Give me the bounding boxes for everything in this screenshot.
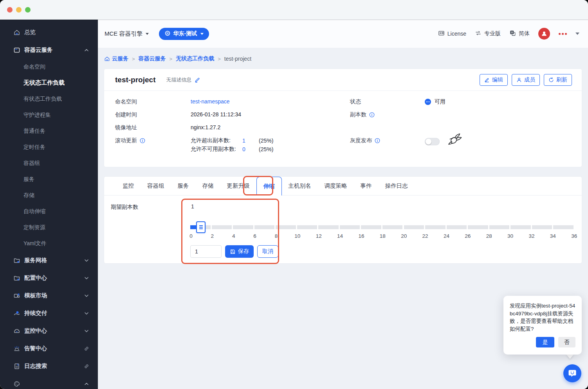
- save-button[interactable]: 保存: [225, 245, 254, 258]
- sidebar-item-monitoring-center[interactable]: 监控中心: [0, 322, 98, 340]
- status-label: 状态: [350, 98, 425, 105]
- sidebar-item-pods[interactable]: 容器组: [0, 155, 98, 171]
- tab-events[interactable]: 事件: [354, 177, 379, 195]
- rolling-update-label: 滚动更新: [115, 137, 191, 144]
- slider-current-value: 1: [191, 203, 194, 210]
- sidebar-item-custom-resources[interactable]: 定制资源: [0, 219, 98, 235]
- continuous-delivery-icon: [13, 310, 20, 317]
- more-menu-icon[interactable]: [559, 33, 567, 35]
- info-icon[interactable]: [375, 138, 380, 143]
- canary-toggle[interactable]: [425, 138, 440, 145]
- replica-slider-track[interactable]: [190, 225, 575, 229]
- created-value: 2026-01-28 11:12:34: [191, 111, 350, 118]
- breadcrumb-link-container-cloud[interactable]: 容器云服务: [139, 55, 166, 62]
- sidebar-item-namespaces[interactable]: 命名空间: [0, 59, 98, 75]
- slider-tick-labels: 024681012141618202224262830323436: [190, 233, 575, 239]
- tab-pods[interactable]: 容器组: [141, 177, 171, 195]
- assistant-chat-button[interactable]: [563, 364, 581, 382]
- breadcrumb-current: test-project: [224, 56, 251, 62]
- cancel-button[interactable]: 取消: [257, 245, 278, 258]
- sidebar-item-continuous-delivery[interactable]: 持续交付: [0, 304, 98, 322]
- external-link-icon: [84, 364, 89, 369]
- refresh-icon: [548, 77, 554, 83]
- breadcrumb-separator: >: [132, 56, 135, 62]
- image-label: 镜像地址: [115, 124, 191, 131]
- tab-services[interactable]: 服务: [171, 177, 196, 195]
- sidebar-item-template-market[interactable]: 模板市场: [0, 287, 98, 304]
- translate-icon: [509, 30, 516, 38]
- license-button[interactable]: License: [438, 30, 466, 38]
- members-button[interactable]: 成员: [512, 74, 540, 86]
- refresh-button[interactable]: 刷新: [544, 74, 572, 86]
- status-value: 可用: [435, 98, 446, 105]
- breadcrumb-link-cloud-services[interactable]: 云服务: [104, 55, 128, 62]
- tab-host-aliases[interactable]: 主机别名: [282, 177, 318, 195]
- person-icon: [516, 77, 522, 83]
- assistant-no-button[interactable]: 否: [558, 337, 575, 347]
- max-surge-value: 1: [242, 138, 259, 144]
- workload-tabs-card: 监控 容器组 服务 存储 更新升级 伸缩 主机别名 调度策略 事件 操作日志 期…: [104, 176, 582, 264]
- info-icon[interactable]: [369, 112, 375, 118]
- chevron-down-icon: [84, 328, 89, 334]
- avatar[interactable]: [538, 28, 550, 40]
- home-icon: [104, 56, 110, 62]
- breadcrumb: 云服务 > 容器云服务 > 无状态工作负载 > test-project: [104, 55, 582, 62]
- sidebar-item-service-mesh[interactable]: 服务网格: [0, 251, 98, 269]
- sidebar-item-overview[interactable]: 总览: [0, 24, 98, 41]
- language-switcher[interactable]: 简体: [509, 30, 530, 38]
- tab-storage[interactable]: 存储: [196, 177, 220, 195]
- sidebar-item-config-center[interactable]: 配置中心: [0, 269, 98, 287]
- cluster-selector[interactable]: 华东-测试: [159, 28, 209, 40]
- log-document-icon: [13, 363, 20, 370]
- monitoring-gauge-icon: [13, 327, 20, 335]
- template-market-icon: [13, 292, 20, 299]
- max-surge-row: 允许超出副本数: 1 (25%): [191, 137, 350, 144]
- tab-monitoring[interactable]: 监控: [116, 177, 141, 195]
- tab-scaling[interactable]: 伸缩: [256, 177, 282, 195]
- sidebar-item-storage[interactable]: 存储: [0, 187, 98, 203]
- palette-icon: [13, 380, 20, 387]
- canary-label: 灰度发布: [350, 137, 425, 144]
- chevron-down-icon[interactable]: [575, 33, 579, 35]
- image-value: nginx:1.27.2: [191, 124, 350, 130]
- info-icon[interactable]: [140, 138, 145, 143]
- window-close-button[interactable]: [7, 7, 13, 13]
- sidebar-item-cronjobs[interactable]: 定时任务: [0, 139, 98, 155]
- replica-slider-handle[interactable]: [196, 221, 206, 233]
- breadcrumb-link-stateless-workloads[interactable]: 无状态工作负载: [176, 55, 214, 62]
- replica-count-input[interactable]: [190, 245, 222, 258]
- window-zoom-button[interactable]: [25, 7, 31, 13]
- sidebar-item-log-search[interactable]: 日志搜索: [0, 357, 98, 375]
- sidebar-item-autoscaling[interactable]: 自动伸缩: [0, 203, 98, 219]
- tab-operation-logs[interactable]: 操作日志: [379, 177, 415, 195]
- swap-arrows-icon: [475, 30, 482, 38]
- edition-switcher[interactable]: 专业版: [475, 30, 501, 38]
- tab-scheduling-policy[interactable]: 调度策略: [318, 177, 354, 195]
- sidebar-item-alert-center[interactable]: 告警中心: [0, 340, 98, 357]
- sidebar-item-container-cloud[interactable]: 容器云服务: [0, 41, 98, 59]
- alarm-icon: [13, 345, 20, 352]
- namespace-link[interactable]: test-namespace: [191, 98, 230, 105]
- chevron-down-icon: [84, 311, 89, 316]
- sidebar-item-jobs[interactable]: 普通任务: [0, 123, 98, 139]
- collapse-sidebar-icon[interactable]: [84, 381, 89, 387]
- sidebar-item-services[interactable]: 服务: [0, 171, 98, 187]
- status-running-icon: [425, 99, 431, 105]
- window-minimize-button[interactable]: [16, 7, 22, 13]
- edit-pencil-icon[interactable]: [195, 77, 200, 83]
- top-navbar: MCE 容器引擎 华东-测试 License: [98, 20, 588, 48]
- tab-update-upgrade[interactable]: 更新升级: [220, 177, 256, 195]
- sidebar-item-stateful-workloads[interactable]: 有状态工作负载: [0, 91, 98, 107]
- sidebar-item-yaml-files[interactable]: Yaml文件: [0, 235, 98, 251]
- sidebar-item-theme[interactable]: [0, 375, 98, 389]
- product-switcher[interactable]: MCE 容器引擎: [105, 30, 149, 38]
- max-unavailable-value: 0: [242, 146, 259, 152]
- sidebar-item-stateless-workloads[interactable]: 无状态工作负载: [0, 75, 98, 91]
- sidebar-item-daemonsets[interactable]: 守护进程集: [0, 107, 98, 123]
- tab-bar: 监控 容器组 服务 存储 更新升级 伸缩 主机别名 调度策略 事件 操作日志: [104, 177, 582, 195]
- assistant-message: 发现应用实例test-project-54bc4979bc-vdp8j挂载资源失…: [510, 302, 575, 333]
- edit-pencil-icon: [484, 77, 490, 83]
- edit-button[interactable]: 编辑: [480, 74, 508, 86]
- page-title: test-project: [115, 76, 155, 84]
- assistant-yes-button[interactable]: 是: [536, 337, 554, 347]
